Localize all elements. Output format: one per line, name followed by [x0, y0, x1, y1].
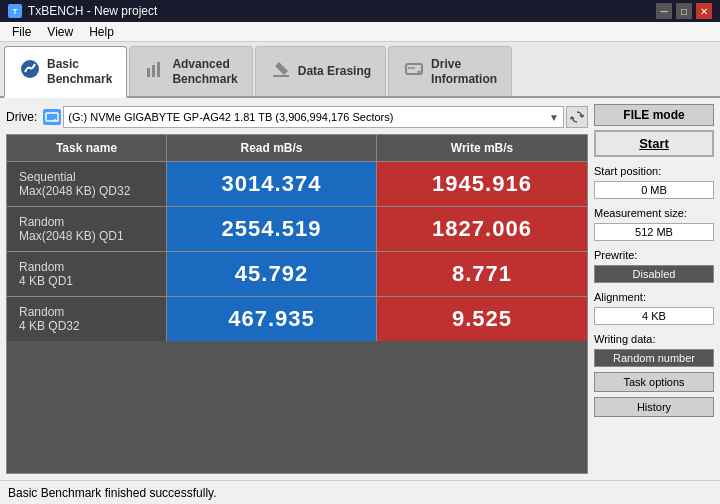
tab-erasing-label: Data Erasing	[298, 64, 371, 78]
svg-rect-8	[46, 113, 58, 121]
advanced-benchmark-icon	[144, 58, 166, 85]
start-button[interactable]: Start	[594, 130, 714, 157]
start-position-value: 0 MB	[594, 181, 714, 199]
table-row: Random Max(2048 KB) QD1 2554.519 1827.00…	[7, 207, 587, 252]
svg-point-9	[54, 119, 56, 121]
prewrite-label: Prewrite:	[594, 249, 714, 261]
drive-label: Drive:	[6, 110, 37, 124]
writing-data-label: Writing data:	[594, 333, 714, 345]
main-content: Drive: (G:) NVMe GIGABYTE GP-AG42 1.81 T…	[0, 98, 720, 480]
read-number-random-4kb-qd1: 45.792	[235, 261, 308, 287]
table-row: Sequential Max(2048 KB) QD32 3014.374 19…	[7, 162, 587, 207]
svg-point-6	[418, 71, 421, 74]
write-number-random-2048: 1827.006	[432, 216, 532, 242]
data-erasing-icon	[270, 58, 292, 85]
drive-selector-row: Drive: (G:) NVMe GIGABYTE GP-AG42 1.81 T…	[6, 104, 588, 130]
tab-drive-information[interactable]: DriveInformation	[388, 46, 512, 96]
status-message: Basic Benchmark finished successfully.	[8, 486, 217, 500]
app-icon: T	[8, 4, 22, 18]
tab-drive-label: DriveInformation	[431, 57, 497, 86]
read-value-sequential: 3014.374	[167, 162, 377, 206]
basic-benchmark-icon	[19, 58, 41, 85]
task-name-sequential: Sequential Max(2048 KB) QD32	[7, 162, 167, 206]
close-button[interactable]: ✕	[696, 3, 712, 19]
drive-type-icon	[43, 109, 61, 125]
title-bar-controls: ─ □ ✕	[656, 3, 712, 19]
read-value-random-2048: 2554.519	[167, 207, 377, 251]
read-number-sequential: 3014.374	[222, 171, 322, 197]
read-value-random-4kb-qd32: 467.935	[167, 297, 377, 341]
right-panel: FILE mode Start Start position: 0 MB Mea…	[594, 104, 714, 474]
write-number-sequential: 1945.916	[432, 171, 532, 197]
maximize-button[interactable]: □	[676, 3, 692, 19]
drive-refresh-button[interactable]	[566, 106, 588, 128]
title-bar-left: T TxBENCH - New project	[8, 4, 157, 18]
tab-bar: BasicBenchmark AdvancedBenchmark Data Er…	[0, 42, 720, 98]
alignment-label: Alignment:	[594, 291, 714, 303]
drive-select-text: (G:) NVMe GIGABYTE GP-AG42 1.81 TB (3,90…	[68, 111, 393, 123]
write-number-random-4kb-qd32: 9.525	[452, 306, 512, 332]
col-task-name: Task name	[7, 135, 167, 161]
title-bar-text: TxBENCH - New project	[28, 4, 157, 18]
menu-view[interactable]: View	[39, 23, 81, 41]
write-value-random-2048: 1827.006	[377, 207, 587, 251]
svg-rect-1	[147, 68, 150, 77]
minimize-button[interactable]: ─	[656, 3, 672, 19]
task-name-random-4kb-qd1: Random 4 KB QD1	[7, 252, 167, 296]
col-read: Read mB/s	[167, 135, 377, 161]
drive-select-arrow: ▼	[549, 112, 559, 123]
write-value-random-4kb-qd32: 9.525	[377, 297, 587, 341]
title-bar: T TxBENCH - New project ─ □ ✕	[0, 0, 720, 22]
benchmark-table: Task name Read mB/s Write mB/s Sequentia…	[6, 134, 588, 474]
tab-advanced-benchmark[interactable]: AdvancedBenchmark	[129, 46, 252, 96]
tab-advanced-label: AdvancedBenchmark	[172, 57, 237, 86]
prewrite-value: Disabled	[594, 265, 714, 283]
task-name-random-2048: Random Max(2048 KB) QD1	[7, 207, 167, 251]
menu-bar: File View Help	[0, 22, 720, 42]
file-mode-button[interactable]: FILE mode	[594, 104, 714, 126]
left-panel: Drive: (G:) NVMe GIGABYTE GP-AG42 1.81 T…	[6, 104, 588, 474]
writing-data-value: Random number	[594, 349, 714, 367]
tab-data-erasing[interactable]: Data Erasing	[255, 46, 386, 96]
status-bar: Basic Benchmark finished successfully.	[0, 480, 720, 504]
read-number-random-2048: 2554.519	[222, 216, 322, 242]
write-value-sequential: 1945.916	[377, 162, 587, 206]
col-write: Write mB/s	[377, 135, 587, 161]
bench-table-header: Task name Read mB/s Write mB/s	[7, 135, 587, 162]
svg-rect-3	[157, 62, 160, 77]
measurement-size-label: Measurement size:	[594, 207, 714, 219]
svg-rect-2	[152, 65, 155, 77]
tab-basic-benchmark[interactable]: BasicBenchmark	[4, 46, 127, 98]
drive-select[interactable]: (G:) NVMe GIGABYTE GP-AG42 1.81 TB (3,90…	[63, 106, 564, 128]
write-value-random-4kb-qd1: 8.771	[377, 252, 587, 296]
read-value-random-4kb-qd1: 45.792	[167, 252, 377, 296]
table-row: Random 4 KB QD32 467.935 9.525	[7, 297, 587, 341]
measurement-size-value: 512 MB	[594, 223, 714, 241]
tab-basic-label: BasicBenchmark	[47, 57, 112, 86]
task-name-random-4kb-qd32: Random 4 KB QD32	[7, 297, 167, 341]
drive-information-icon	[403, 58, 425, 85]
task-options-button[interactable]: Task options	[594, 372, 714, 392]
alignment-value: 4 KB	[594, 307, 714, 325]
write-number-random-4kb-qd1: 8.771	[452, 261, 512, 287]
menu-help[interactable]: Help	[81, 23, 122, 41]
start-position-label: Start position:	[594, 165, 714, 177]
history-button[interactable]: History	[594, 397, 714, 417]
menu-file[interactable]: File	[4, 23, 39, 41]
table-row: Random 4 KB QD1 45.792 8.771	[7, 252, 587, 297]
read-number-random-4kb-qd32: 467.935	[228, 306, 315, 332]
